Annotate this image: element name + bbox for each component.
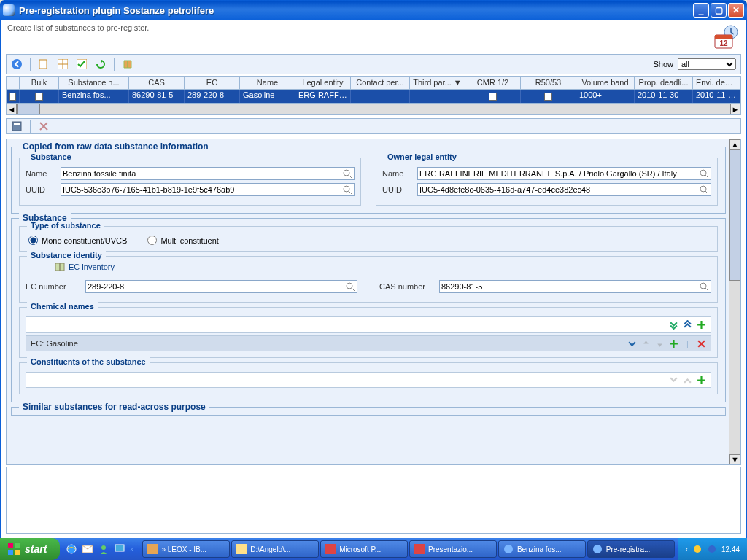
move-up-icon[interactable] xyxy=(641,339,651,349)
add-icon[interactable] xyxy=(669,339,678,349)
save-icon[interactable] xyxy=(11,120,23,132)
bulk-checkbox[interactable] xyxy=(35,93,43,101)
expand-all-icon[interactable] xyxy=(669,320,678,330)
close-button[interactable]: ✕ xyxy=(728,3,744,18)
task-item[interactable]: Presentazio... xyxy=(409,540,497,558)
cell-cas: 86290-81-5 xyxy=(129,90,185,103)
cell-third-party xyxy=(410,90,465,103)
ec-inventory-link[interactable]: EC inventory xyxy=(55,262,711,271)
svg-point-12 xyxy=(344,170,349,176)
tray-icon[interactable] xyxy=(707,544,717,554)
grid-col-name[interactable]: Name xyxy=(240,77,295,90)
grid-col-bulk[interactable]: Bulk xyxy=(20,77,59,90)
task-item[interactable]: D:\Angelo\... xyxy=(231,540,319,558)
collapse-all-icon[interactable] xyxy=(683,320,692,330)
row-checkbox[interactable] xyxy=(9,93,16,101)
grid-col-substance-name[interactable]: Substance n... xyxy=(59,77,129,90)
owner-name-lookup[interactable]: ERG RAFFINERIE MEDITERRANEE S.p.A. / Pri… xyxy=(417,167,711,180)
search-icon[interactable] xyxy=(342,168,352,179)
book-icon[interactable] xyxy=(122,58,133,70)
identity-legend: Substance identity xyxy=(27,251,106,260)
new-icon[interactable] xyxy=(38,58,50,70)
grid-col-contact[interactable]: Contact per... xyxy=(351,77,410,90)
grid-col-envi-deadline[interactable]: Envi. deadline xyxy=(693,77,740,90)
svg-text:12: 12 xyxy=(719,39,728,47)
search-icon[interactable] xyxy=(345,281,355,292)
identity-box: Substance identity EC inventory EC numbe… xyxy=(19,256,718,303)
chemnames-box: Chemical names EC: Gasoline | xyxy=(19,307,718,358)
search-icon[interactable] xyxy=(342,184,352,195)
grid-horizontal-scrollbar[interactable]: ◄► xyxy=(6,104,741,115)
grid-col-r5053[interactable]: R50/53 xyxy=(521,77,576,90)
console-panel xyxy=(6,467,741,534)
svg-line-21 xyxy=(352,288,355,291)
svg-point-16 xyxy=(700,170,706,176)
cmr-checkbox[interactable] xyxy=(489,93,497,101)
ec-label: EC number xyxy=(26,282,81,291)
svg-rect-26 xyxy=(8,550,13,555)
task-item[interactable]: Microsoft P... xyxy=(320,540,408,558)
tray-expand-icon[interactable]: ‹ xyxy=(686,545,688,553)
grid-check-icon[interactable] xyxy=(76,58,88,70)
maximize-button[interactable]: ▢ xyxy=(711,3,727,18)
add-icon[interactable] xyxy=(697,320,706,330)
form-vertical-scrollbar[interactable]: ▲ ▼ xyxy=(729,139,740,464)
chevron-down-icon[interactable] xyxy=(627,339,637,349)
expand-all-icon[interactable] xyxy=(669,376,678,385)
cas-lookup[interactable]: 86290-81-5 xyxy=(439,280,711,293)
owner-uuid-lookup[interactable]: IUC5-4d8efe8c-0635-416d-a747-ed4ce382ec4… xyxy=(417,183,711,196)
refresh-icon[interactable] xyxy=(95,58,107,70)
toolbar: Show all xyxy=(6,54,741,74)
chevron-right-icon[interactable]: » xyxy=(130,545,133,553)
uuid-lookup[interactable]: IUC5-536e3b76-7165-41b1-b819-1e9f5c476ab… xyxy=(61,183,355,196)
ie-icon[interactable] xyxy=(66,543,77,555)
grid-col-prop-deadline[interactable]: Prop. deadli... xyxy=(635,77,693,90)
r5053-checkbox[interactable] xyxy=(544,93,552,101)
back-button[interactable] xyxy=(11,58,23,70)
search-icon[interactable] xyxy=(699,184,709,195)
search-icon[interactable] xyxy=(699,168,709,179)
svg-rect-25 xyxy=(15,543,20,548)
remove-icon[interactable] xyxy=(697,339,706,349)
grid-col-cas[interactable]: CAS xyxy=(129,77,185,90)
start-button[interactable]: start xyxy=(0,538,60,560)
task-item[interactable]: Pre-registra... xyxy=(587,540,675,558)
mail-icon[interactable] xyxy=(82,543,93,555)
grid-col-cmr[interactable]: CMR 1/2 xyxy=(465,77,521,90)
svg-rect-24 xyxy=(8,543,13,548)
grid-col-third-party[interactable]: Third par... ▼ xyxy=(410,77,465,90)
grid-col-ec[interactable]: EC xyxy=(185,77,240,90)
show-select[interactable]: all xyxy=(678,58,736,70)
separator xyxy=(30,58,31,71)
system-tray[interactable]: ‹ 12.44 xyxy=(678,538,747,560)
radio-mono[interactable]: Mono constituent/UVCB xyxy=(28,236,127,245)
chem-item-row[interactable]: EC: Gasoline | xyxy=(26,335,711,351)
desktop-icon[interactable] xyxy=(114,543,125,555)
delete-icon[interactable] xyxy=(38,120,50,132)
search-icon[interactable] xyxy=(699,281,709,292)
chemnames-legend: Chemical names xyxy=(27,302,98,311)
taskbar: start » » LEOX - IB... D:\Angelo\... Mic… xyxy=(0,538,747,560)
minimize-button[interactable]: _ xyxy=(693,3,709,18)
collapse-all-icon[interactable] xyxy=(683,376,692,385)
grid-row[interactable]: Benzina fos... 86290-81-5 289-220-8 Gaso… xyxy=(7,90,740,103)
svg-rect-5 xyxy=(39,60,47,69)
add-icon[interactable] xyxy=(697,376,706,385)
radio-multi[interactable]: Multi constituent xyxy=(147,236,218,245)
task-item[interactable]: » LEOX - IB... xyxy=(142,540,230,558)
constituents-legend: Constituents of the substance xyxy=(27,357,150,366)
grid-icon[interactable] xyxy=(57,58,69,70)
task-item[interactable]: Benzina fos... xyxy=(498,540,586,558)
ec-lookup[interactable]: 289-220-8 xyxy=(85,280,357,293)
top-strip: Create list of substances to pre-registe… xyxy=(1,20,746,52)
cell-substance-name: Benzina fos... xyxy=(59,90,129,103)
similar-fieldset: Similar substances for read-across purpo… xyxy=(11,407,726,416)
name-lookup[interactable]: Benzina fossile finita xyxy=(61,167,355,180)
grid-col-checkbox[interactable] xyxy=(7,77,20,90)
messenger-icon[interactable] xyxy=(98,543,109,555)
tray-icon[interactable] xyxy=(692,544,703,554)
grid-col-volume[interactable]: Volume band xyxy=(576,77,635,90)
grid-col-legal-entity[interactable]: Legal entity xyxy=(295,77,351,90)
svg-line-17 xyxy=(705,175,708,178)
move-down-icon[interactable] xyxy=(655,339,665,349)
